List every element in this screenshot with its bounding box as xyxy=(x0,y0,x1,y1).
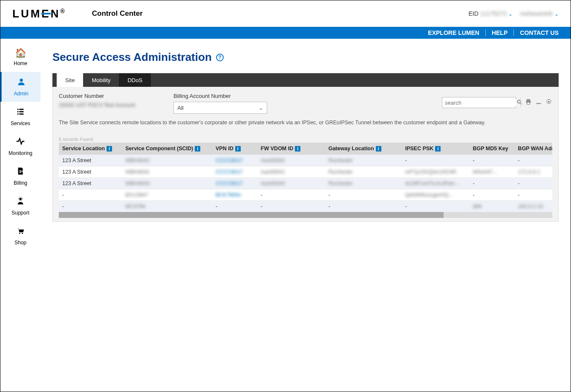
eid-dropdown[interactable]: EID 11175272 ⌄ xyxy=(468,10,512,17)
table-row[interactable]: -MC4784----d84192.0.2.15- xyxy=(59,201,552,212)
table-cell: WBH4043 xyxy=(122,178,212,189)
panel: Site Mobility DDoS Customer Number 19182… xyxy=(52,73,559,222)
table-cell: 123 A Street xyxy=(59,166,122,178)
sidebar-item-label: Admin xyxy=(14,91,28,97)
table-cell: - xyxy=(257,189,325,201)
table-row[interactable]: 123 A StreetWBH4041CCCC8017Aan00041Roche… xyxy=(59,166,552,178)
table-cell: - xyxy=(402,155,470,166)
sidebar-item-shop[interactable]: Shop xyxy=(0,221,40,251)
table-cell: 123 A Street xyxy=(59,155,122,166)
tab-ddos[interactable]: DDoS xyxy=(119,73,151,87)
table-cell: MNvh47... xyxy=(469,166,514,178)
column-header[interactable]: Service Locationi xyxy=(59,143,122,155)
sidebar-item-support[interactable]: Support xyxy=(0,191,40,221)
info-icon[interactable]: i xyxy=(435,146,441,152)
table-cell: - xyxy=(469,189,514,201)
table-cell: Aan00043 xyxy=(257,178,325,189)
column-header[interactable]: Service Component (SCID)i xyxy=(122,143,212,155)
sidebar-item-admin[interactable]: Admin xyxy=(0,72,40,102)
page-title: Secure Access Administration xyxy=(52,51,212,64)
ban-select[interactable]: All ⌄ xyxy=(173,102,267,114)
content-row: 🏠 Home Admin Services Monitoring $= Bi xyxy=(0,39,571,392)
table-cell: 4c28P1vkTIvJnJPwn... xyxy=(402,178,470,189)
records-count: 5 records Found xyxy=(59,137,552,142)
table-cell: 192.0.2.15 xyxy=(514,201,552,212)
sidebar-item-label: Services xyxy=(11,120,30,126)
info-icon[interactable]: i xyxy=(107,146,112,152)
gear-user-icon xyxy=(16,196,25,208)
column-header[interactable]: Gateway Locationi xyxy=(325,143,402,155)
tab-site[interactable]: Site xyxy=(57,73,83,87)
svg-rect-5 xyxy=(17,114,19,115)
svg-rect-1 xyxy=(17,109,19,110)
table-cell: MC4784 xyxy=(122,201,212,212)
customer-number-field: Customer Number 19182 UAT PSC3 Test Acco… xyxy=(59,93,135,108)
ban-selected-value: All xyxy=(177,105,183,111)
cart-icon xyxy=(16,226,25,238)
user-dropdown[interactable]: mxhexentnh ⌄ xyxy=(520,10,559,17)
column-header[interactable]: BGP MD5 Key xyxy=(469,143,514,155)
search-input[interactable] xyxy=(445,100,516,106)
sidebar-item-monitoring[interactable]: Monitoring xyxy=(0,132,40,161)
table-cell: - xyxy=(59,201,122,212)
column-header[interactable]: BGP WAN Address xyxy=(514,143,552,155)
table-cell: d84 xyxy=(469,201,514,212)
column-header[interactable]: IPSEC PSKi xyxy=(402,143,470,155)
table-cell: Qeh8WtuoujpvHQ... xyxy=(402,189,470,201)
svg-rect-6 xyxy=(19,114,23,115)
sidebar-item-services[interactable]: Services xyxy=(0,102,40,132)
chevron-down-icon: ⌄ xyxy=(259,105,263,111)
table-cell: - xyxy=(469,178,514,189)
eid-label: EID xyxy=(468,10,478,17)
svg-point-8 xyxy=(19,198,22,200)
svg-point-0 xyxy=(20,79,23,82)
scrollbar-thumb[interactable] xyxy=(59,212,444,218)
table-row[interactable]: 123 A StreetWBH4042CCCC8017Aan00042Roche… xyxy=(59,155,552,166)
table-cell: Aan00041 xyxy=(257,166,325,178)
sidebar-item-home[interactable]: 🏠 Home xyxy=(0,42,40,72)
table-row[interactable]: 123 A StreetWBH4043CCCC8017Aan00043Roche… xyxy=(59,178,552,189)
table-cell: CCCC8017 xyxy=(212,178,257,189)
table-cell: 123 A Street xyxy=(59,178,122,189)
table-cell: CCCC8017 xyxy=(212,155,257,166)
user-value: mxhexentnh xyxy=(520,10,553,17)
sidebar-item-label: Support xyxy=(12,210,29,216)
topbar: LUMEN® Control Center EID 11175272 ⌄ mxh… xyxy=(0,0,571,27)
tab-mobility[interactable]: Mobility xyxy=(83,73,119,87)
table-cell: BXU3847 xyxy=(122,189,212,201)
logo[interactable]: LUMEN® xyxy=(12,7,66,20)
right-cluster xyxy=(442,97,552,108)
explore-lumen-link[interactable]: EXPLORE LUMEN xyxy=(422,29,486,36)
contact-us-link[interactable]: CONTACT US xyxy=(514,29,559,36)
table-row[interactable]: -BXU3847BCK7800x--Qeh8WtuoujpvHQ...--- xyxy=(59,189,552,201)
svg-text:$=: $= xyxy=(19,170,23,174)
table-wrapper: Service LocationiService Component (SCID… xyxy=(59,143,552,218)
sidebar-item-billing[interactable]: $= Billing xyxy=(0,161,40,191)
search-box[interactable] xyxy=(442,97,516,108)
info-icon[interactable]: i xyxy=(376,146,381,152)
data-table: Service LocationiService Component (SCID… xyxy=(59,143,552,212)
table-cell: - xyxy=(514,189,552,201)
download-icon[interactable] xyxy=(535,98,542,107)
table-cell: - xyxy=(514,155,552,166)
table-header-row: Service LocationiService Component (SCID… xyxy=(59,143,552,155)
column-header[interactable]: FW VDOM IDi xyxy=(257,143,325,155)
page-title-row: Secure Access Administration ? xyxy=(52,51,559,64)
print-icon[interactable] xyxy=(525,98,532,107)
user-icon xyxy=(17,77,26,89)
info-icon[interactable]: i xyxy=(295,146,300,152)
topbar-left: LUMEN® Control Center xyxy=(12,7,143,20)
gear-icon[interactable] xyxy=(545,98,552,107)
table-cell: Rochester xyxy=(325,155,402,166)
table-cell: Rochester xyxy=(325,178,402,189)
sidebar-item-label: Monitoring xyxy=(9,150,32,156)
svg-point-10 xyxy=(19,233,20,234)
info-icon[interactable]: i xyxy=(235,146,241,152)
help-link[interactable]: HELP xyxy=(486,29,514,36)
table-cell: - xyxy=(325,189,402,201)
horizontal-scrollbar[interactable] xyxy=(59,212,552,218)
help-icon[interactable]: ? xyxy=(216,54,224,61)
column-header[interactable]: VPN IDi xyxy=(212,143,257,155)
table-cell: - xyxy=(59,189,122,201)
info-icon[interactable]: i xyxy=(195,146,200,152)
